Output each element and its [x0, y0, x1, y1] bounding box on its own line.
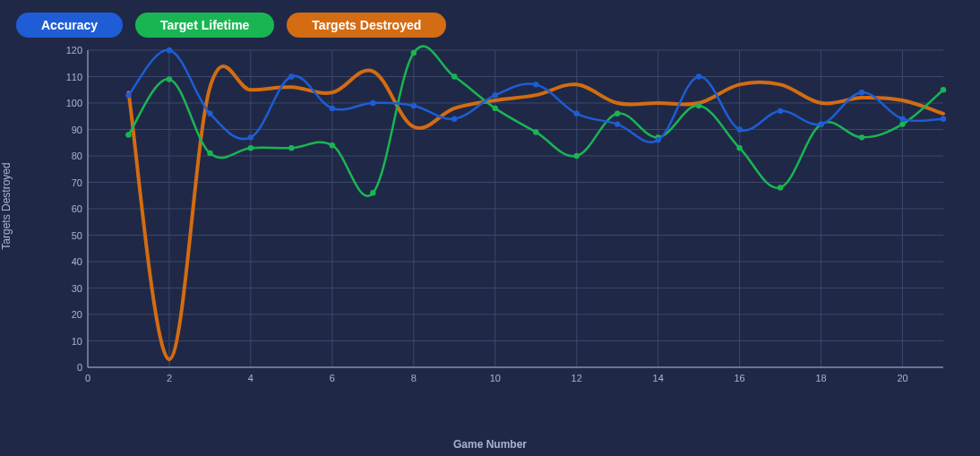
- data-point: [859, 90, 864, 95]
- legend-item-accuracy[interactable]: Accuracy: [16, 13, 123, 38]
- data-point: [288, 145, 294, 151]
- y-tick-label: 10: [72, 336, 82, 347]
- x-tick-label: 2: [167, 373, 172, 383]
- legend-item-label: Accuracy: [41, 18, 98, 32]
- data-point: [736, 145, 742, 151]
- data-point: [899, 116, 905, 122]
- data-point: [778, 185, 783, 190]
- data-point: [696, 103, 701, 108]
- legend-item-targets-destroyed[interactable]: Targets Destroyed: [287, 13, 446, 38]
- data-point: [248, 134, 254, 140]
- data-point: [493, 106, 498, 111]
- data-point: [493, 92, 498, 98]
- y-axis-label: Targets Destroyed: [0, 162, 13, 249]
- x-tick-label: 20: [897, 373, 907, 383]
- data-point: [899, 121, 905, 126]
- data-point: [288, 73, 294, 79]
- y-tick-label: 50: [72, 230, 82, 241]
- y-tick-label: 100: [66, 98, 82, 108]
- data-point: [574, 153, 580, 159]
- data-point: [167, 47, 172, 53]
- data-point: [941, 116, 946, 122]
- y-tick-label: 120: [66, 45, 82, 56]
- x-axis-label: Game Number: [453, 438, 527, 451]
- data-point: [207, 111, 212, 116]
- y-tick-label: 80: [72, 151, 82, 161]
- x-tick-label: 18: [815, 373, 826, 383]
- data-point: [125, 92, 131, 98]
- x-tick-label: 0: [85, 373, 90, 383]
- y-tick-label: 0: [77, 362, 82, 373]
- y-tick-label: 60: [72, 203, 82, 214]
- data-point: [574, 111, 580, 116]
- x-tick-label: 12: [572, 373, 582, 383]
- data-point: [696, 73, 701, 79]
- data-point: [736, 126, 742, 132]
- y-tick-label: 110: [66, 72, 82, 82]
- y-tick-label: 20: [72, 309, 82, 320]
- legend-item-label: Target Lifetime: [160, 18, 249, 32]
- data-point: [167, 76, 172, 82]
- data-point: [533, 82, 538, 87]
- legend-item-target-lifetime[interactable]: Target Lifetime: [135, 13, 274, 38]
- x-tick-label: 6: [330, 373, 335, 383]
- y-tick-label: 40: [72, 256, 82, 267]
- data-point: [615, 111, 620, 116]
- data-point: [125, 132, 131, 137]
- y-tick-label: 90: [72, 125, 82, 135]
- data-point: [451, 73, 457, 79]
- x-tick-label: 10: [490, 373, 501, 383]
- data-point: [615, 121, 620, 126]
- series-group: [125, 47, 946, 360]
- data-point: [330, 142, 335, 148]
- data-point: [411, 103, 417, 108]
- data-point: [411, 50, 417, 56]
- legend-item-label: Targets Destroyed: [312, 18, 421, 32]
- data-point: [248, 145, 254, 151]
- data-point: [451, 116, 457, 122]
- x-tick-label: 4: [248, 373, 254, 383]
- x-tick-label: 8: [411, 373, 417, 383]
- data-point: [818, 121, 823, 126]
- chart-plot-area: 0102030405060708090100110120024681012141…: [54, 45, 954, 403]
- x-tick-label: 16: [734, 373, 744, 383]
- data-point: [370, 100, 375, 106]
- data-point: [207, 151, 212, 156]
- x-tick-label: 14: [653, 373, 664, 383]
- data-point: [655, 137, 660, 142]
- y-tick-label: 30: [72, 283, 82, 294]
- data-point: [370, 190, 375, 195]
- data-point: [941, 87, 946, 92]
- data-point: [330, 106, 335, 111]
- chart-container: AccuracyTarget LifetimeTargets Destroyed…: [0, 0, 980, 456]
- chart-svg: 0102030405060708090100110120024681012141…: [54, 45, 954, 403]
- legend: AccuracyTarget LifetimeTargets Destroyed: [16, 13, 446, 38]
- data-point: [859, 134, 864, 140]
- data-point: [778, 108, 783, 114]
- data-point: [533, 129, 538, 134]
- y-tick-label: 70: [72, 177, 82, 188]
